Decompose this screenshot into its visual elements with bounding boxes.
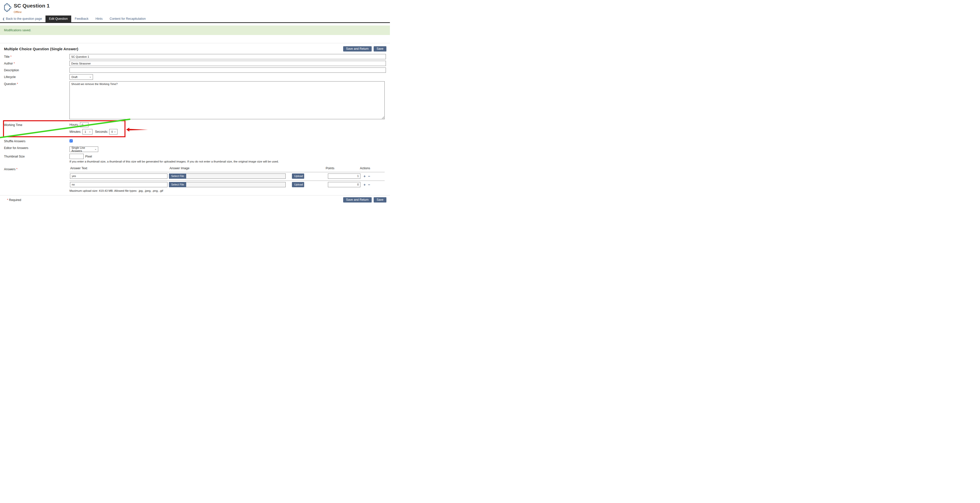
thumbnail-size-label: Thumbnail Size (4, 154, 70, 158)
column-header-points: Points (326, 167, 334, 170)
points-input-2[interactable] (328, 182, 360, 187)
shuffle-answers-label: Shuffle Answers (4, 138, 70, 143)
answers-label: Answers * (4, 167, 70, 171)
save-button-bottom[interactable]: Save (374, 197, 387, 202)
upload-note: Maximum upload size: 419.43 MB. Allowed … (70, 189, 387, 192)
title-row: Title * (4, 54, 387, 59)
seconds-label: Seconds: (95, 130, 108, 134)
hours-input[interactable] (80, 122, 89, 127)
form-footer-buttons: Save and Return Save (343, 197, 387, 202)
description-row: Description (4, 67, 387, 73)
chevron-down-icon: ⌄ (89, 130, 91, 133)
row-divider (70, 180, 385, 181)
tab-content-for-recapitulation[interactable]: Content for Recapitulation (106, 16, 149, 22)
thumbnail-help-text: If you enter a thumbnail size, a thumbna… (70, 160, 387, 163)
required-asterisk: * (17, 82, 18, 86)
description-input[interactable] (70, 67, 386, 73)
hours-label: Hours: (70, 123, 79, 126)
tab-bar: ❮ Back to the question page Edit Questio… (0, 16, 390, 23)
form-title: Multiple Choice Question (Single Answer) (4, 47, 78, 51)
seconds-selected-value: 0 (111, 130, 113, 133)
answer-image-file-group-2: Select File (169, 182, 286, 187)
upload-button-1[interactable]: Upload (292, 174, 304, 179)
answer-row-1: Select File Upload + − (70, 173, 387, 179)
seconds-select[interactable]: 0 ⌄ (109, 129, 118, 134)
page-title: SC Question 1 (14, 3, 50, 9)
row-actions-1: + − (363, 174, 370, 178)
editor-for-answers-select[interactable]: Single Line Answers ⌄ (70, 146, 98, 152)
author-input[interactable] (70, 61, 386, 66)
tab-edit-question[interactable]: Edit Question (46, 16, 71, 22)
form-footer: * Required Save and Return Save (0, 195, 390, 205)
form-header-buttons: Save and Return Save (343, 46, 387, 51)
status-badge: Offline (14, 11, 50, 13)
minutes-select[interactable]: 1 ⌄ (83, 129, 92, 134)
back-link-label: Back to the question page (6, 17, 42, 21)
working-time-label: Working Time (4, 122, 70, 127)
save-button-top[interactable]: Save (374, 46, 387, 51)
question-row: Question * Should we remove the Working … (4, 81, 387, 119)
author-label: Author * (4, 61, 70, 65)
answer-image-file-group-1: Select File (169, 174, 286, 179)
required-asterisk: * (14, 62, 15, 65)
row-actions-2: + − (363, 183, 370, 186)
form-header: Multiple Choice Question (Single Answer)… (4, 46, 387, 51)
shuffle-answers-row: Shuffle Answers ✓ (4, 138, 387, 143)
add-answer-icon[interactable]: + (363, 174, 366, 178)
editor-selected-value: Single Line Answers (72, 146, 94, 152)
upload-button-2[interactable]: Upload (292, 182, 304, 187)
title-input[interactable] (70, 54, 386, 59)
required-asterisk: * (11, 55, 12, 59)
remove-answer-icon[interactable]: − (368, 174, 370, 178)
answers-table-header: Answer Text Answer Image Points Actions (70, 167, 387, 170)
lifecycle-label: Lifecycle (4, 74, 70, 79)
description-label: Description (4, 67, 70, 72)
tab-feedback[interactable]: Feedback (71, 16, 92, 22)
minutes-label: Minutes: (70, 130, 81, 134)
tab-hints[interactable]: Hints (92, 16, 106, 22)
puzzle-icon (3, 3, 11, 12)
column-header-answer-text: Answer Text (70, 167, 87, 170)
minutes-selected-value: 1 (84, 130, 86, 133)
checkmark-icon: ✓ (70, 140, 72, 142)
lifecycle-selected-value: Draft (72, 75, 78, 78)
required-note: * Required (7, 198, 21, 202)
chevron-down-icon: ⌄ (114, 130, 116, 133)
save-and-return-button-bottom[interactable]: Save and Return (343, 197, 372, 202)
author-row: Author * (4, 61, 387, 66)
back-link[interactable]: ❮ Back to the question page (3, 16, 46, 22)
remove-answer-icon[interactable]: − (368, 183, 370, 186)
required-asterisk: * (7, 198, 8, 202)
thumbnail-size-input[interactable] (70, 154, 84, 159)
title-label: Title * (4, 54, 70, 59)
working-time-row: Working Time Hours: Minutes: 1 ⌄ Seconds… (4, 122, 387, 134)
thumbnail-unit-label: Pixel (85, 155, 92, 158)
answer-text-input-1[interactable] (70, 174, 167, 179)
shuffle-answers-checkbox[interactable]: ✓ (70, 139, 73, 143)
save-and-return-button-top[interactable]: Save and Return (343, 46, 372, 51)
page-header: SC Question 1 Offline (0, 0, 390, 13)
answers-row: Answers * Answer Text Answer Image Point… (4, 167, 387, 195)
answer-row-2: Select File Upload + − (70, 182, 387, 187)
answers-table: Answer Text Answer Image Points Actions … (70, 167, 387, 195)
working-time-hours-line: Hours: (70, 122, 387, 127)
working-time-minutes-line: Minutes: 1 ⌄ Seconds: 0 ⌄ (70, 129, 387, 134)
select-file-button-1[interactable]: Select File (169, 174, 186, 179)
row-divider (70, 172, 385, 172)
editor-for-answers-label: Editor for Answers (4, 145, 70, 150)
chevron-down-icon: ⌄ (89, 75, 91, 78)
thumbnail-size-row: Thumbnail Size Pixel If you enter a thum… (4, 154, 387, 167)
question-form: Multiple Choice Question (Single Answer)… (0, 43, 390, 195)
question-textarea[interactable]: Should we remove the Working Time? (70, 81, 385, 119)
lifecycle-select[interactable]: Draft ⌄ (70, 74, 93, 80)
lifecycle-row: Lifecycle Draft ⌄ (4, 74, 387, 80)
chevron-down-icon: ⌄ (94, 147, 97, 151)
select-file-button-2[interactable]: Select File (169, 182, 186, 187)
points-input-1[interactable] (328, 174, 360, 179)
editor-for-answers-row: Editor for Answers Single Line Answers ⌄ (4, 145, 387, 152)
required-asterisk: * (16, 167, 18, 171)
answer-text-input-2[interactable] (70, 182, 167, 187)
page: SC Question 1 Offline ❮ Back to the ques… (0, 0, 390, 205)
chevron-left-icon: ❮ (3, 18, 5, 20)
add-answer-icon[interactable]: + (363, 183, 366, 186)
